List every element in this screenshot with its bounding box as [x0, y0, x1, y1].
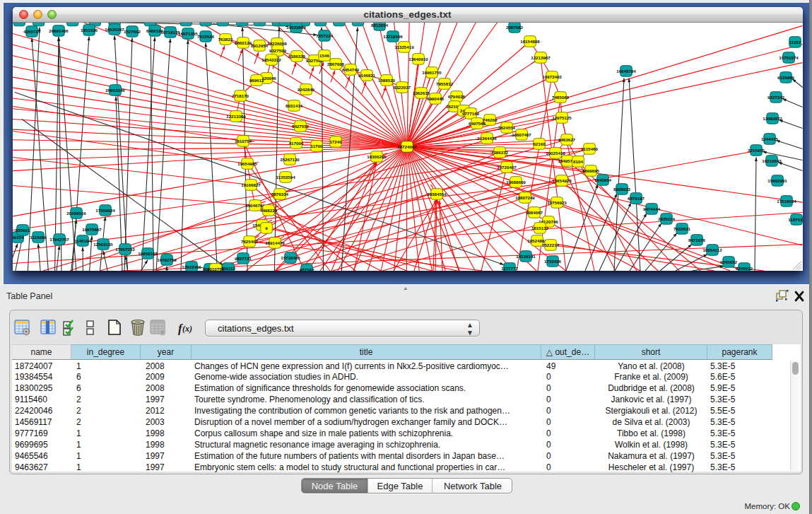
svg-text:9227342: 9227342: [767, 94, 784, 99]
svg-text:11700: 11700: [310, 143, 322, 148]
svg-text:835061: 835061: [15, 227, 30, 232]
svg-text:1177777: 1177777: [501, 265, 518, 270]
svg-text:2522214: 2522214: [541, 242, 559, 247]
svg-text:9146821: 9146821: [358, 72, 375, 77]
svg-text:1615132: 1615132: [531, 225, 548, 230]
svg-text:10025418: 10025418: [546, 150, 565, 155]
svg-text:12975125: 12975125: [552, 115, 572, 119]
svg-text:2867608: 2867608: [326, 61, 344, 66]
svg-text:2087682: 2087682: [505, 24, 523, 29]
svg-text:6990448: 6990448: [426, 95, 444, 100]
svg-text:9: 9: [265, 225, 268, 230]
svg-text:8878334: 8878334: [271, 191, 288, 196]
svg-text:10756923: 10756923: [547, 199, 567, 204]
svg-text:17240: 17240: [329, 139, 342, 144]
svg-text:7625402: 7625402: [240, 238, 258, 243]
svg-text:10654112: 10654112: [702, 247, 722, 252]
svg-text:8322037: 8322037: [393, 84, 411, 89]
svg-text:6879197: 6879197: [627, 195, 645, 200]
svg-text:12503135: 12503135: [93, 241, 113, 246]
svg-text:62160: 62160: [533, 141, 546, 146]
svg-text:16961755: 16961755: [422, 69, 442, 74]
svg-text:17016504: 17016504: [777, 198, 796, 203]
svg-text:15720407: 15720407: [497, 164, 517, 169]
svg-text:8454749: 8454749: [341, 66, 359, 71]
svg-text:1010754: 1010754: [206, 266, 224, 270]
svg-text:1588520: 1588520: [377, 77, 395, 82]
svg-text:16782759: 16782759: [157, 257, 177, 262]
svg-text:9463627: 9463627: [558, 136, 575, 141]
svg-text:763822: 763822: [218, 36, 233, 41]
svg-text:1610754: 1610754: [234, 138, 252, 143]
svg-text:9084067: 9084067: [525, 209, 543, 214]
svg-text:13640910: 13640910: [408, 56, 428, 61]
svg-text:13654923: 13654923: [552, 177, 572, 182]
svg-text:1145194: 1145194: [74, 238, 91, 243]
svg-text:17359924: 17359924: [95, 207, 115, 212]
svg-text:7357224: 7357224: [315, 33, 333, 37]
svg-text:10975867: 10975867: [82, 226, 102, 231]
svg-text:977162: 977162: [299, 267, 314, 270]
svg-text:10719135: 10719135: [160, 29, 180, 34]
svg-text:11152: 11152: [789, 39, 801, 44]
svg-text:12218506: 12218506: [383, 33, 403, 38]
svg-text:12213967: 12213967: [531, 54, 551, 59]
svg-text:21364436: 21364436: [477, 135, 497, 140]
svg-text:14136141: 14136141: [516, 253, 536, 258]
svg-text:9129966: 9129966: [777, 74, 794, 79]
svg-text:1527602: 1527602: [123, 28, 141, 33]
svg-text:19654985: 19654985: [237, 160, 257, 165]
svg-text:16046766: 16046766: [245, 202, 265, 207]
svg-text:15716485: 15716485: [281, 255, 300, 259]
svg-text:8912954: 8912954: [250, 42, 268, 47]
svg-text:12093872: 12093872: [763, 115, 782, 120]
svg-text:1640954: 1640954: [594, 177, 611, 182]
svg-text:16210643: 16210643: [762, 158, 782, 163]
svg-text:1651526: 1651526: [80, 27, 98, 32]
svg-text:9327509: 9327509: [269, 47, 286, 52]
svg-text:989613: 989613: [249, 77, 264, 82]
svg-text:7955812: 7955812: [435, 81, 453, 86]
svg-text:16671355: 16671355: [178, 30, 198, 35]
svg-text:8104: 8104: [573, 158, 583, 163]
svg-text:6794028: 6794028: [447, 93, 465, 98]
svg-text:35267130: 35267130: [280, 156, 300, 161]
svg-text:12213369: 12213369: [226, 113, 246, 118]
svg-text:8031414: 8031414: [285, 103, 302, 107]
svg-text:9474444: 9474444: [642, 206, 660, 211]
svg-text:1187533: 1187533: [788, 216, 803, 221]
svg-text:20206516: 20206516: [66, 210, 86, 215]
svg-text:1115689: 1115689: [30, 234, 47, 239]
svg-text:4055724: 4055724: [23, 28, 40, 33]
svg-text:7386372: 7386372: [490, 149, 508, 154]
svg-text:19166827: 19166827: [241, 182, 261, 187]
svg-text:11353594: 11353594: [276, 174, 295, 179]
svg-text:8427552: 8427552: [291, 123, 309, 128]
svg-text:10973493: 10973493: [542, 74, 562, 78]
svg-text:16648784: 16648784: [616, 68, 636, 73]
svg-text:9245012: 9245012: [735, 265, 753, 270]
svg-text:11325419: 11325419: [394, 44, 414, 49]
svg-text:8186328: 8186328: [288, 53, 305, 58]
svg-text:17957253: 17957253: [115, 246, 135, 251]
svg-text:9115460: 9115460: [581, 146, 598, 151]
svg-text:8660124: 8660124: [234, 40, 252, 45]
svg-text:4498222: 4498222: [259, 207, 277, 212]
svg-text:16535267: 16535267: [105, 26, 124, 31]
svg-text:1244415: 1244415: [760, 136, 778, 141]
svg-text:7485063: 7485063: [551, 94, 569, 99]
svg-text:10807487: 10807487: [512, 132, 531, 136]
svg-text:19384554: 19384554: [427, 191, 447, 196]
svg-text:1733426: 1733426: [543, 258, 561, 263]
svg-text:18724007: 18724007: [397, 144, 417, 148]
svg-text:2718170: 2718170: [231, 93, 249, 98]
svg-text:1362615: 1362615: [412, 90, 430, 95]
svg-text:16543312: 16543312: [261, 57, 281, 62]
svg-text:3624554: 3624554: [498, 124, 515, 129]
svg-text:9699695: 9699695: [582, 168, 599, 173]
svg-text:3215955: 3215955: [747, 147, 765, 152]
svg-text:17942757: 17942757: [49, 236, 69, 241]
svg-text:20053346: 20053346: [105, 87, 125, 92]
svg-text:9242845: 9242845: [297, 86, 314, 91]
svg-text:1546: 1546: [319, 52, 329, 57]
